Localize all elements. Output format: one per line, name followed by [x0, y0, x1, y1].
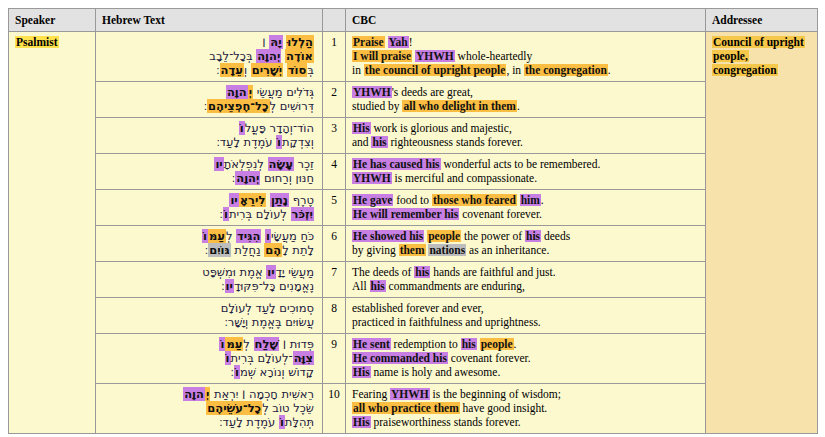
hebrew-line: בְּסוֹד יְשָׁרִים וְעֵדָה׃: [102, 63, 314, 77]
text-run: practiced in faithfulness and uprightnes…: [352, 316, 541, 328]
speaker-label: Psalmist: [15, 36, 59, 48]
text-run: דְּרוּשִׁים לְ: [270, 99, 314, 113]
highlighted-text: I will praise: [352, 50, 412, 62]
text-run: נֶאֱמָנִים כָּל־פִּקּוּדָ: [234, 279, 314, 293]
hebrew-text-cell: סְמוּכִים לָעַד לְעוֹלָםעֲשׂוּיִם בֶּאֱמ…: [96, 298, 323, 334]
speaker-cell: Psalmist: [9, 32, 96, 434]
cbc-line: YHWH's deeds are great,: [352, 85, 699, 99]
text-run: covenant forever.: [448, 352, 531, 364]
verse-row-2: גְּדֹלִים מַעֲשֵׂי יְהוָהדְּרוּשִׁים לְכ…: [9, 82, 818, 118]
text-run: The deeds of: [352, 266, 414, 278]
text-run: זֵכֶר: [294, 157, 314, 171]
addressee-cell: Council of upright people, congregation: [706, 32, 818, 434]
verse-number: 9: [323, 334, 346, 384]
cbc-line: established forever and ever,: [352, 301, 699, 315]
hebrew-line: לָתֵת לָהֶם נַחֲלַת גּוֹיִם׃: [102, 243, 314, 257]
text-run: פְּדוּת ׀: [279, 337, 314, 351]
text-run: מַעֲשֵׂי יָדָ: [276, 265, 314, 279]
cbc-line: by giving them nations as an inheritance…: [352, 243, 699, 257]
cbc-line: His praiseworthiness stands forever.: [352, 415, 699, 429]
cbc-line: The deeds of his hands are faithful and …: [352, 265, 699, 279]
text-run: Fearing: [352, 388, 390, 400]
highlighted-text: יו: [266, 265, 275, 279]
text-run: name is holy and awesome.: [371, 366, 501, 378]
text-run: studied by: [352, 100, 402, 112]
col-header-addressee: Addressee: [706, 9, 818, 32]
highlighted-text: his: [371, 136, 387, 148]
hebrew-line: טֶרֶף נָתַן לִירֵאָיו: [102, 193, 314, 207]
hebrew-line: וְצִדְקָתוֹ עֹמֶדֶת לָעַד׃: [102, 135, 314, 149]
verse-row-4: זֵכֶר עָשָׂה לְנִפְלְאֹתָיוחַנּוּן וְרַח…: [9, 154, 818, 190]
cbc-line: He sent redemption to his people.: [352, 337, 699, 351]
col-header-hebrew-text: Hebrew Text: [96, 9, 323, 32]
text-run: is the beginning of wisdom;: [430, 388, 561, 400]
hebrew-line: פְּדוּת ׀ שָׁלַח לְעַמּוֹ: [102, 337, 314, 351]
hebrew-line: דְּרוּשִׁים לְכָל־חֶפְצֵיהֶם׃: [102, 99, 314, 113]
hebrew-text-cell: כֹּחַ מַעֲשָׂיו הִגִּיד לְעַמּוֹלָתֵת לָ…: [96, 226, 323, 262]
cbc-translation-cell: He gave food to those who feared him.He …: [346, 190, 706, 226]
text-run: טֶרֶף: [289, 193, 314, 207]
cbc-line: YHWH is merciful and compassionate.: [352, 171, 699, 185]
text-run: וְ: [244, 63, 251, 77]
text-run: !: [409, 36, 413, 48]
text-run: לְעוֹלָם בְּרִית: [229, 207, 291, 221]
hebrew-line: עֲשׂוּיִם בֶּאֱמֶת וְיָשָׁר׃: [102, 315, 314, 329]
verse-number: 8: [323, 298, 346, 334]
verse-row-1: Psalmistהַלְלוּ יָהּ ׀אוֹדֶה יְהוָה בְּכ…: [9, 32, 818, 82]
verse-row-10: רֵאשִׁית חָכְמָה ׀ יִרְאַת יְהוָהשֵׂכֶל …: [9, 384, 818, 434]
text-run: All: [352, 280, 370, 292]
cbc-line: and his righteousness stands forever.: [352, 135, 699, 149]
text-run: covenant forever.: [459, 208, 542, 220]
highlighted-text: הוָה: [183, 387, 205, 401]
highlighted-text: YHWH: [352, 172, 392, 184]
highlighted-text: the congregation: [524, 64, 608, 76]
hebrew-line: תְּהִלָּתוֹ עֹמֶדֶת לָעַד׃: [102, 415, 314, 429]
highlighted-text: כָל־עֹשֵׂיהֶם: [206, 401, 262, 415]
highlighted-text: his: [525, 230, 541, 242]
hebrew-text-cell: פְּדוּת ׀ שָׁלַח לְעַמּוֹצִוָּה־לְעוֹלָם…: [96, 334, 323, 384]
highlighted-text: His: [352, 416, 371, 428]
text-run: established forever and ever,: [352, 302, 484, 314]
highlighted-text: He showed his: [352, 230, 424, 242]
speaker-addressee-table: Speaker Hebrew Text CBC Addressee Psalmi…: [8, 8, 818, 434]
text-run: righteousness stands forever.: [388, 136, 523, 148]
hebrew-text-cell: רֵאשִׁית חָכְמָה ׀ יִרְאַת יְהוָהשֵׂכֶל …: [96, 384, 323, 434]
highlighted-text: all who delight in them: [402, 100, 516, 112]
text-run: בְּכָל־לֵבָב: [209, 49, 256, 63]
highlighted-text: כָל־חֶפְצֵיהֶם: [207, 99, 270, 113]
cbc-translation-cell: YHWH's deeds are great,studied by all wh…: [346, 82, 706, 118]
hebrew-line: קָדוֹשׁ וְנוֹרָא שְׁמוֹ׃: [102, 365, 314, 379]
cbc-translation-cell: He has caused his wonderful acts to be r…: [346, 154, 706, 190]
highlighted-text: his: [461, 338, 477, 350]
highlighted-text: his: [414, 266, 430, 278]
highlighted-text: YHWH: [415, 50, 455, 62]
text-run: לְ: [243, 337, 253, 351]
highlighted-text: עָשָׂה: [268, 157, 294, 171]
text-run: עֹמֶדֶת לָעַד׃: [216, 135, 276, 149]
highlighted-text: עַמּ: [208, 229, 226, 243]
col-header-verse-number: [323, 9, 346, 32]
text-run: redemption to: [391, 338, 461, 350]
highlighted-text: עֵדָה: [220, 63, 244, 77]
highlighted-text: them: [399, 244, 426, 256]
text-run: לְ: [226, 229, 236, 243]
text-run: , in: [506, 64, 524, 76]
text-run: hands are faithful and just.: [430, 266, 555, 278]
addressee-label: Council of upright people, congregation: [712, 36, 805, 76]
hebrew-line: מַעֲשֵׂי יָדָיו אֱמֶת וּמִשְׁפָּט: [102, 265, 314, 279]
text-run: by giving: [352, 244, 399, 256]
text-run: קָדוֹשׁ וְנוֹרָא שְׁמ: [240, 365, 314, 379]
hebrew-line: רֵאשִׁית חָכְמָה ׀ יִרְאַת יְהוָה: [102, 387, 314, 401]
text-run: and: [352, 136, 371, 148]
cbc-line: He has caused his wonderful acts to be r…: [352, 157, 699, 171]
page: Speaker Hebrew Text CBC Addressee Psalmi…: [0, 0, 825, 437]
highlighted-text: יְהוָה: [256, 49, 281, 63]
verse-number: 2: [323, 82, 346, 118]
col-header-cbc: CBC: [346, 9, 706, 32]
highlighted-text: יו: [225, 279, 234, 293]
text-run: work is glorious and majestic,: [371, 122, 512, 134]
text-run: עֲשׂוּיִם בֶּאֱמֶת וְיָשָׁר׃: [224, 315, 314, 329]
hebrew-line: זֵכֶר עָשָׂה לְנִפְלְאֹתָיו: [102, 157, 314, 171]
verse-row-6: כֹּחַ מַעֲשָׂיו הִגִּיד לְעַמּוֹלָתֵת לָ…: [9, 226, 818, 262]
highlighted-text: people: [480, 338, 514, 350]
